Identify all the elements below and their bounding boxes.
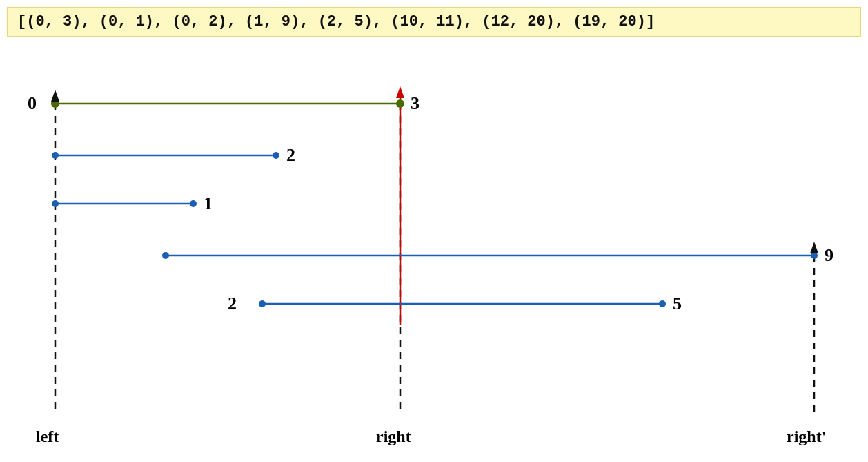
segment-2-5-left-dot bbox=[259, 300, 266, 307]
label-right: right bbox=[376, 427, 411, 445]
segment-0-1-left-dot bbox=[52, 200, 59, 207]
segment-9-arrow-up bbox=[810, 242, 818, 253]
segment-0-3-right-dot bbox=[396, 99, 404, 108]
label-5: 5 bbox=[673, 293, 682, 314]
segment-0-2-right-dot bbox=[273, 152, 279, 159]
label-2b: 2 bbox=[228, 293, 237, 314]
label-2a: 2 bbox=[286, 145, 295, 165]
segment-0-arrow-up bbox=[51, 90, 59, 102]
label-0: 0 bbox=[28, 93, 37, 113]
label-3: 3 bbox=[411, 93, 420, 113]
segment-2-5-right-dot bbox=[659, 300, 666, 307]
diagram-area: 0 3 2 1 9 2 5 left right right' bbox=[0, 48, 868, 462]
label-left: left bbox=[36, 427, 59, 445]
label-9: 9 bbox=[825, 245, 834, 265]
sweep-line-arrow bbox=[396, 86, 404, 98]
segment-0-1-right-dot bbox=[190, 200, 197, 207]
header-formula: [(0, 3), (0, 1), (0, 2), (1, 9), (2, 5),… bbox=[7, 7, 861, 37]
label-1: 1 bbox=[204, 193, 213, 213]
segment-0-2-left-dot bbox=[52, 152, 59, 159]
label-right-prime: right' bbox=[787, 427, 826, 445]
segment-1-9-left-dot bbox=[162, 252, 169, 259]
